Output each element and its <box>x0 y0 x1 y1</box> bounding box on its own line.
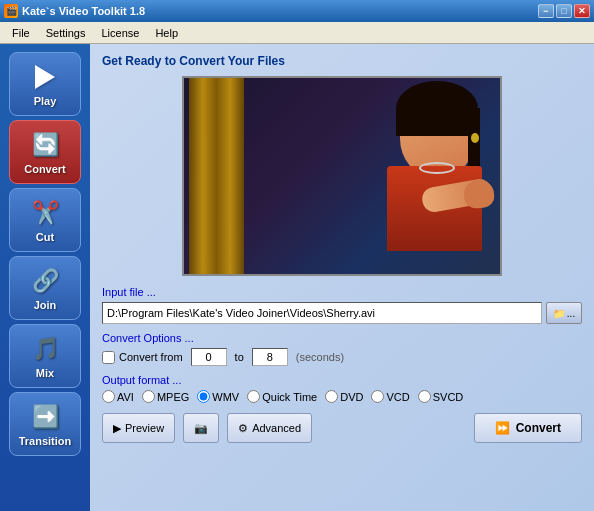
convert-icon: 🔄 <box>29 129 61 161</box>
sidebar-label-transition: Transition <box>19 435 72 447</box>
preview-button[interactable]: ▶ Preview <box>102 413 175 443</box>
radio-vcd[interactable] <box>371 390 384 403</box>
format-row: AVI MPEG WMV Quick Time DVD VCD <box>102 390 582 403</box>
convert-button[interactable]: ⏩ Convert <box>474 413 582 443</box>
seconds-label: (seconds) <box>296 351 344 363</box>
radio-quicktime[interactable] <box>247 390 260 403</box>
format-wmv[interactable]: WMV <box>197 390 239 403</box>
convert-from-checkbox[interactable] <box>102 351 115 364</box>
format-avi-label: AVI <box>117 391 134 403</box>
convert-options-label: Convert Options ... <box>102 332 582 344</box>
play-icon <box>29 61 61 93</box>
to-label: to <box>235 351 244 363</box>
cut-icon: ✂️ <box>29 197 61 229</box>
sidebar-label-play: Play <box>34 95 57 107</box>
title-bar-controls: − □ ✕ <box>538 4 590 18</box>
title-bar: 🎬 Kate`s Video Toolkit 1.8 − □ ✕ <box>0 0 594 22</box>
menu-bar: File Settings License Help <box>0 22 594 44</box>
format-mpeg-label: MPEG <box>157 391 189 403</box>
minimize-button[interactable]: − <box>538 4 554 18</box>
file-input[interactable] <box>102 302 542 324</box>
close-button[interactable]: ✕ <box>574 4 590 18</box>
browse-button[interactable]: 📁 ... <box>546 302 582 324</box>
content-title: Get Ready to Convert Your Files <box>102 54 582 68</box>
join-icon: 🔗 <box>29 265 61 297</box>
menu-settings[interactable]: Settings <box>38 25 94 41</box>
transition-icon: ➡️ <box>29 401 61 433</box>
sidebar-label-mix: Mix <box>36 367 54 379</box>
main-layout: Play 🔄 Convert ✂️ Cut 🔗 Join 🎵 Mix <box>0 44 594 511</box>
preview-icon: ▶ <box>113 422 121 435</box>
sidebar-btn-transition[interactable]: ➡️ Transition <box>9 392 81 456</box>
convert-from-text: Convert from <box>119 351 183 363</box>
format-quicktime[interactable]: Quick Time <box>247 390 317 403</box>
format-dvd-label: DVD <box>340 391 363 403</box>
convert-from-input[interactable] <box>191 348 227 366</box>
sidebar-label-convert: Convert <box>24 163 66 175</box>
format-dvd[interactable]: DVD <box>325 390 363 403</box>
browse-label: ... <box>567 308 575 319</box>
title-bar-left: 🎬 Kate`s Video Toolkit 1.8 <box>4 4 145 18</box>
preview-label: Preview <box>125 422 164 434</box>
window-title: Kate`s Video Toolkit 1.8 <box>22 5 145 17</box>
format-avi[interactable]: AVI <box>102 390 134 403</box>
convert-label: Convert <box>516 421 561 435</box>
radio-svcd[interactable] <box>418 390 431 403</box>
video-preview <box>182 76 502 276</box>
menu-help[interactable]: Help <box>147 25 186 41</box>
sidebar-btn-cut[interactable]: ✂️ Cut <box>9 188 81 252</box>
bottom-buttons: ▶ Preview 📷 ⚙ Advanced ⏩ Convert <box>102 413 582 443</box>
menu-file[interactable]: File <box>4 25 38 41</box>
sidebar-btn-convert[interactable]: 🔄 Convert <box>9 120 81 184</box>
output-format-label: Output format ... <box>102 374 582 386</box>
format-svcd-label: SVCD <box>433 391 464 403</box>
convert-from-checkbox-label[interactable]: Convert from <box>102 351 183 364</box>
sidebar-label-cut: Cut <box>36 231 54 243</box>
sidebar-btn-mix[interactable]: 🎵 Mix <box>9 324 81 388</box>
app-icon: 🎬 <box>4 4 18 18</box>
sidebar-label-join: Join <box>34 299 57 311</box>
snapshot-button[interactable]: 📷 <box>183 413 219 443</box>
menu-license[interactable]: License <box>93 25 147 41</box>
video-placeholder <box>184 78 500 274</box>
input-file-row: 📁 ... <box>102 302 582 324</box>
sidebar: Play 🔄 Convert ✂️ Cut 🔗 Join 🎵 Mix <box>0 44 90 511</box>
radio-mpeg[interactable] <box>142 390 155 403</box>
sidebar-btn-play[interactable]: Play <box>9 52 81 116</box>
advanced-icon: ⚙ <box>238 422 248 435</box>
content-area: Get Ready to Convert Your Files <box>90 44 594 511</box>
camera-icon: 📷 <box>194 422 208 435</box>
radio-dvd[interactable] <box>325 390 338 403</box>
advanced-label: Advanced <box>252 422 301 434</box>
convert-options-row: Convert from to (seconds) <box>102 348 582 366</box>
convert-to-input[interactable] <box>252 348 288 366</box>
convert-btn-icon: ⏩ <box>495 421 510 435</box>
maximize-button[interactable]: □ <box>556 4 572 18</box>
format-vcd-label: VCD <box>386 391 409 403</box>
format-quicktime-label: Quick Time <box>262 391 317 403</box>
radio-wmv[interactable] <box>197 390 210 403</box>
sidebar-btn-join[interactable]: 🔗 Join <box>9 256 81 320</box>
mix-icon: 🎵 <box>29 333 61 365</box>
folder-icon: 📁 <box>553 308 565 319</box>
input-file-label: Input file ... <box>102 286 582 298</box>
radio-avi[interactable] <box>102 390 115 403</box>
format-mpeg[interactable]: MPEG <box>142 390 189 403</box>
advanced-button[interactable]: ⚙ Advanced <box>227 413 312 443</box>
format-svcd[interactable]: SVCD <box>418 390 464 403</box>
format-vcd[interactable]: VCD <box>371 390 409 403</box>
format-wmv-label: WMV <box>212 391 239 403</box>
